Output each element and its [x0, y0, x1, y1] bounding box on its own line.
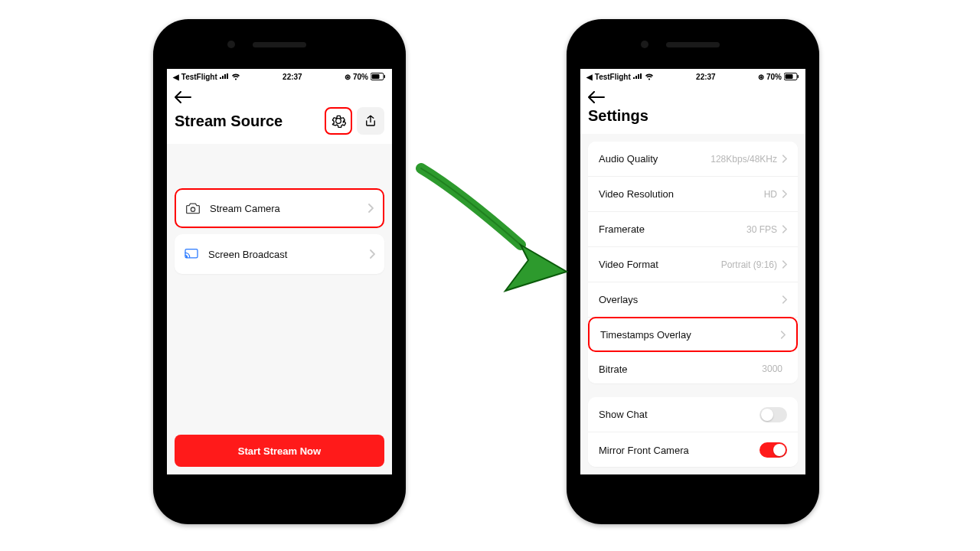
chevron-right-icon: [782, 260, 787, 269]
chevron-right-icon: [780, 331, 786, 339]
svg-rect-7: [786, 74, 793, 79]
signal-icon: [220, 73, 229, 80]
cast-icon: [184, 248, 199, 260]
svg-marker-9: [505, 245, 567, 291]
back-icon[interactable]: [175, 91, 191, 103]
wifi-icon: [231, 73, 240, 80]
page-title: Settings: [588, 107, 648, 125]
toggle-mirror-front-camera[interactable]: [760, 442, 787, 458]
share-button[interactable]: [357, 107, 384, 135]
chevron-right-icon: [782, 225, 787, 233]
header: Settings: [580, 84, 805, 134]
setting-show-chat[interactable]: Show Chat: [588, 397, 798, 432]
status-bar: ◀ TestFlight 22:37 ⊛ 70%: [167, 69, 392, 84]
camera-icon: [185, 201, 201, 215]
setting-overlays[interactable]: Overlays: [588, 282, 798, 318]
svg-point-3: [191, 207, 194, 211]
chevron-right-icon: [369, 249, 375, 259]
status-bar: ◀ TestFlight 22:37 ⊛ 70%: [580, 69, 805, 84]
back-icon[interactable]: [588, 91, 605, 103]
svg-point-5: [186, 256, 188, 258]
status-location-icon: ⊛: [345, 73, 351, 81]
setting-bitrate[interactable]: Bitrate 3000: [588, 351, 798, 383]
cta-label: Start Stream Now: [238, 445, 321, 457]
phone-sensor: [641, 41, 648, 48]
content-area-left: Stream Camera Screen Broadcast: [167, 144, 392, 474]
signal-icon: [633, 73, 642, 80]
setting-audio-quality[interactable]: Audio Quality 128Kbps/48KHz: [588, 142, 798, 177]
status-battery-pct: 70%: [766, 73, 782, 81]
settings-group-main: Audio Quality 128Kbps/48KHz Video Resolu…: [588, 142, 798, 383]
setting-timestamps-overlay[interactable]: Timestamps Overlay: [588, 317, 798, 352]
share-icon: [364, 114, 377, 128]
source-label: Stream Camera: [210, 203, 358, 214]
source-stream-camera[interactable]: Stream Camera: [175, 188, 384, 228]
source-label: Screen Broadcast: [208, 249, 360, 260]
toggle-show-chat[interactable]: [760, 407, 787, 422]
page-title: Stream Source: [175, 112, 283, 130]
status-carrier: ◀ TestFlight: [586, 73, 631, 81]
chevron-right-icon: [782, 155, 787, 163]
wifi-icon: [645, 73, 654, 80]
start-stream-button[interactable]: Start Stream Now: [175, 435, 384, 467]
svg-rect-8: [798, 75, 799, 78]
status-time: 22:37: [696, 73, 716, 81]
annotation-arrow: [413, 161, 582, 298]
battery-icon: [371, 73, 386, 80]
setting-video-format[interactable]: Video Format Portrait (9:16): [588, 247, 798, 282]
content-area-right: Audio Quality 128Kbps/48KHz Video Resolu…: [580, 134, 805, 474]
phone-frame-left: ◀ TestFlight 22:37 ⊛ 70%: [153, 19, 406, 524]
chevron-right-icon: [782, 295, 787, 304]
phone-frame-right: ◀ TestFlight 22:37 ⊛ 70%: [567, 19, 819, 524]
phone-earpiece: [253, 42, 306, 47]
phone-sensor: [227, 41, 235, 48]
status-time: 22:37: [283, 73, 302, 81]
gear-icon: [331, 113, 346, 129]
chevron-right-icon: [368, 204, 374, 213]
status-carrier: ◀ TestFlight: [173, 73, 217, 81]
source-screen-broadcast[interactable]: Screen Broadcast: [175, 234, 384, 274]
setting-framerate[interactable]: Framerate 30 FPS: [588, 212, 798, 247]
chevron-right-icon: [782, 190, 787, 198]
status-location-icon: ⊛: [758, 73, 764, 81]
settings-button[interactable]: [325, 107, 352, 135]
svg-rect-2: [384, 75, 386, 78]
settings-group-toggles: Show Chat Mirror Front Camera: [588, 397, 798, 467]
svg-rect-1: [372, 74, 380, 79]
header: Stream Source: [167, 84, 392, 144]
phone-earpiece: [666, 42, 720, 47]
setting-mirror-front-camera[interactable]: Mirror Front Camera: [588, 432, 798, 467]
battery-icon: [784, 73, 799, 80]
setting-video-resolution[interactable]: Video Resolution HD: [588, 177, 798, 212]
status-battery-pct: 70%: [353, 73, 368, 81]
